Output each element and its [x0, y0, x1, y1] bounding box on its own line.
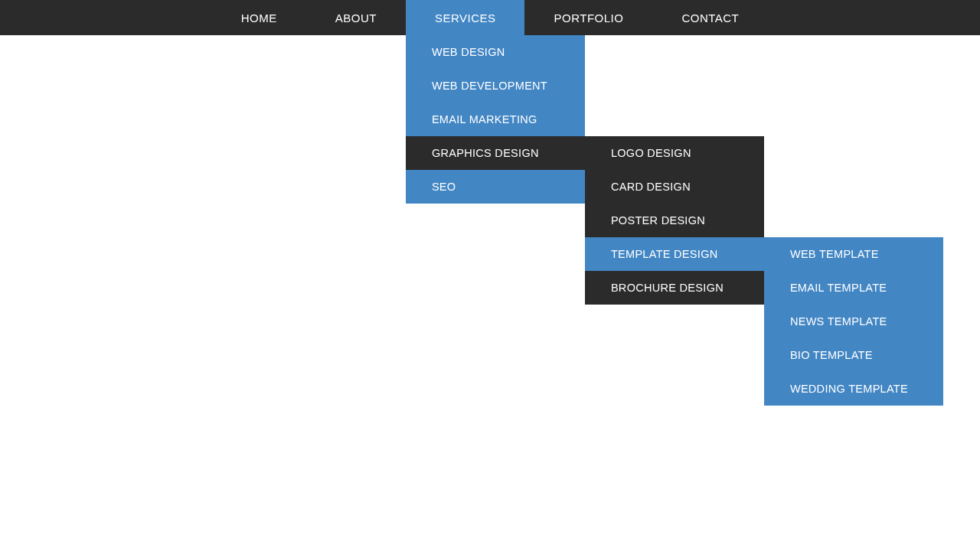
nav-services-label: SERVICES: [435, 11, 496, 24]
flyout2-news-template-label: NEWS TEMPLATE: [790, 315, 887, 328]
nav-home-label: HOME: [241, 11, 277, 24]
flyout2-email-template-label: EMAIL TEMPLATE: [790, 282, 887, 294]
submenu-seo-label: SEO: [432, 181, 456, 193]
submenu-web-development-label: WEB DEVELOPMENT: [432, 80, 547, 92]
submenu-graphics-design[interactable]: GRAPHICS DESIGN LOGO DESIGN CARD DESIGN …: [406, 136, 585, 170]
flyout-logo-design-label: LOGO DESIGN: [611, 147, 691, 159]
nav-about[interactable]: ABOUT: [306, 0, 406, 35]
nav-contact-label: CONTACT: [681, 11, 739, 24]
flyout-logo-design[interactable]: LOGO DESIGN: [585, 136, 764, 170]
graphics-flyout: LOGO DESIGN CARD DESIGN POSTER DESIGN TE…: [585, 136, 764, 305]
flyout2-web-template[interactable]: WEB TEMPLATE: [764, 237, 943, 271]
nav-contact[interactable]: CONTACT: [652, 0, 768, 35]
submenu-web-design-label: WEB DESIGN: [432, 46, 505, 58]
nav-portfolio-label: PORTFOLIO: [554, 11, 623, 24]
flyout-template-design-label: TEMPLATE DESIGN: [611, 248, 718, 260]
submenu-email-marketing-label: EMAIL MARKETING: [432, 113, 537, 126]
submenu-web-design[interactable]: WEB DESIGN: [406, 35, 585, 69]
nav-about-label: ABOUT: [335, 11, 377, 24]
flyout2-email-template[interactable]: EMAIL TEMPLATE: [764, 271, 943, 305]
submenu-graphics-design-label: GRAPHICS DESIGN: [432, 147, 539, 159]
nav-home[interactable]: HOME: [212, 0, 306, 35]
flyout2-news-template[interactable]: NEWS TEMPLATE: [764, 305, 943, 338]
flyout2-wedding-template-label: WEDDING TEMPLATE: [790, 383, 908, 395]
flyout2-bio-template[interactable]: BIO TEMPLATE: [764, 338, 943, 372]
submenu-seo[interactable]: SEO: [406, 170, 585, 204]
flyout-poster-design[interactable]: POSTER DESIGN: [585, 204, 764, 237]
submenu-web-development[interactable]: WEB DEVELOPMENT: [406, 69, 585, 103]
flyout-card-design-label: CARD DESIGN: [611, 181, 691, 193]
submenu-email-marketing[interactable]: EMAIL MARKETING: [406, 103, 585, 136]
flyout2-web-template-label: WEB TEMPLATE: [790, 248, 879, 260]
flyout2-bio-template-label: BIO TEMPLATE: [790, 349, 873, 361]
flyout2-wedding-template[interactable]: WEDDING TEMPLATE: [764, 372, 943, 406]
nav-services[interactable]: SERVICES WEB DESIGN WEB DEVELOPMENT EMAI…: [406, 0, 525, 35]
flyout-card-design[interactable]: CARD DESIGN: [585, 170, 764, 204]
flyout-brochure-design[interactable]: BROCHURE DESIGN: [585, 271, 764, 305]
flyout-template-design[interactable]: TEMPLATE DESIGN WEB TEMPLATE EMAIL TEMPL…: [585, 237, 764, 271]
services-submenu: WEB DESIGN WEB DEVELOPMENT EMAIL MARKETI…: [406, 35, 585, 204]
flyout-poster-design-label: POSTER DESIGN: [611, 214, 705, 227]
nav-portfolio[interactable]: PORTFOLIO: [524, 0, 652, 35]
main-navbar: HOME ABOUT SERVICES WEB DESIGN WEB DEVEL…: [0, 0, 980, 35]
flyout-brochure-design-label: BROCHURE DESIGN: [611, 282, 724, 294]
template-flyout: WEB TEMPLATE EMAIL TEMPLATE NEWS TEMPLAT…: [764, 237, 943, 406]
